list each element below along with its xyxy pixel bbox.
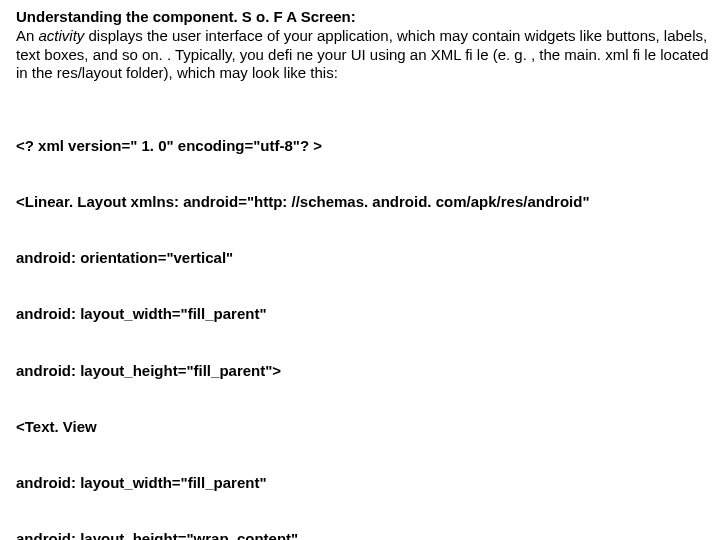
code-line: <? xml version=" 1. 0" encoding="utf-8"?… bbox=[16, 137, 710, 156]
xml-code-block: <? xml version=" 1. 0" encoding="utf-8"?… bbox=[16, 99, 710, 540]
intro-text-c: displays the user interface of your appl… bbox=[16, 27, 709, 82]
document-page: Understanding the component. S o. F A Sc… bbox=[0, 0, 720, 540]
code-line: android: layout_height="fill_parent"> bbox=[16, 362, 710, 381]
code-line: android: orientation="vertical" bbox=[16, 249, 710, 268]
intro-text-activity: activity bbox=[39, 27, 85, 44]
intro-text-a: An bbox=[16, 27, 39, 44]
code-line: android: layout_width="fill_parent" bbox=[16, 474, 710, 493]
page-heading: Understanding the component. S o. F A Sc… bbox=[16, 8, 710, 27]
intro-paragraph: An activity displays the user interface … bbox=[16, 27, 710, 83]
code-line: android: layout_width="fill_parent" bbox=[16, 305, 710, 324]
code-line: android: layout_height="wrap_content" bbox=[16, 530, 710, 540]
code-line: <Linear. Layout xmlns: android="http: //… bbox=[16, 193, 710, 212]
code-line: <Text. View bbox=[16, 418, 710, 437]
